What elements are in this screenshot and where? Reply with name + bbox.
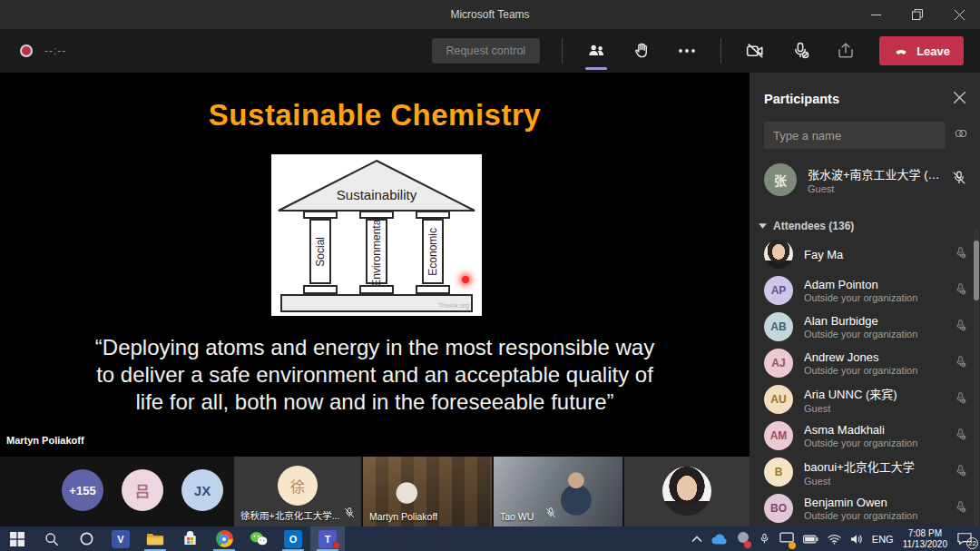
taskbar-visio[interactable]: V bbox=[103, 526, 138, 551]
participant-row-presenter[interactable]: 张 张水波+南京工业大学 (来宾) Guest bbox=[750, 156, 980, 203]
participants-panel: Participants 张 张水波+南京工业大学 (来宾) Guest bbox=[750, 73, 980, 526]
camera-off-icon bbox=[744, 40, 767, 63]
participant-name: Alan Burbidge bbox=[804, 314, 947, 328]
participant-name: Fay Ma bbox=[804, 248, 947, 261]
participant-row[interactable]: Fay Ma bbox=[750, 236, 980, 272]
taskbar-wechat[interactable] bbox=[241, 526, 276, 551]
search-input[interactable] bbox=[764, 122, 946, 149]
quote-line-1: “Deploying atoms and energy in the most … bbox=[0, 334, 750, 361]
pillar-environmental: Environmental bbox=[358, 211, 395, 294]
participant-row[interactable]: AP Adam Pointon Outside your organizatio… bbox=[750, 272, 980, 309]
show-participants-button[interactable] bbox=[584, 39, 608, 63]
video-tile-tao[interactable]: Tao WU bbox=[494, 457, 622, 526]
mic-muted-icon bbox=[544, 507, 557, 523]
avatar: AP bbox=[764, 276, 793, 305]
participant-row[interactable]: AJ Andrew Jones Outside your organizatio… bbox=[750, 345, 980, 381]
taskbar-store[interactable] bbox=[172, 526, 207, 551]
participant-row[interactable]: AM Asma Madkhali Outside your organizati… bbox=[750, 418, 980, 454]
temple-roof bbox=[271, 156, 482, 214]
language-indicator[interactable]: ENG bbox=[872, 534, 894, 545]
avatar: 张 bbox=[764, 163, 797, 196]
participant-name: 张水波+南京工业大学 (来宾) bbox=[808, 165, 951, 182]
participant-name: Andrew Jones bbox=[804, 350, 947, 364]
scrollbar-thumb[interactable] bbox=[974, 241, 979, 300]
overflow-count-avatar[interactable]: +155 bbox=[62, 469, 103, 511]
participant-name: Benjamin Owen bbox=[804, 496, 947, 509]
mic-toggle-button[interactable] bbox=[789, 39, 812, 63]
request-control-button[interactable]: Request control bbox=[432, 38, 541, 64]
mic-disabled-icon bbox=[954, 319, 967, 336]
quote-line-3: life for all, both now and in the forese… bbox=[0, 389, 750, 416]
quote-attribution: Martyn Poliakoff bbox=[6, 435, 84, 446]
tile-name-label: Tao WU bbox=[500, 511, 534, 522]
orange-badge bbox=[789, 542, 796, 549]
more-actions-button[interactable] bbox=[675, 39, 699, 63]
search-icon bbox=[44, 532, 59, 546]
video-tile-martyn[interactable]: Martyn Poliakoff bbox=[363, 457, 492, 526]
raise-hand-button[interactable] bbox=[630, 39, 653, 63]
photo-avatar bbox=[662, 467, 711, 516]
start-button[interactable] bbox=[0, 526, 34, 551]
teams-notification-dot bbox=[332, 541, 340, 549]
leave-button[interactable]: Leave bbox=[879, 36, 964, 65]
window-title: Microsoft Teams bbox=[0, 8, 980, 21]
tray-app-badge[interactable] bbox=[737, 531, 750, 547]
avatar-lv[interactable]: 吕 bbox=[122, 469, 163, 511]
video-tile-xu[interactable]: 徐 徐秋雨+北京化工大学... bbox=[234, 457, 361, 526]
taskbar-file-explorer[interactable] bbox=[138, 526, 172, 551]
restore-button[interactable] bbox=[897, 0, 938, 29]
close-icon bbox=[954, 92, 965, 103]
participant-role: Outside your organization bbox=[804, 438, 947, 448]
participant-role: Guest bbox=[804, 476, 947, 487]
mic-disabled-icon bbox=[954, 246, 967, 263]
close-panel-button[interactable] bbox=[954, 91, 965, 107]
tray-share-screen[interactable] bbox=[779, 531, 794, 547]
close-window-button[interactable] bbox=[938, 0, 980, 29]
share-screen-button[interactable] bbox=[834, 39, 858, 63]
minimize-button[interactable] bbox=[855, 0, 897, 29]
participant-role: Outside your organization bbox=[804, 329, 947, 339]
video-tile-photo-avatar[interactable] bbox=[624, 457, 750, 526]
leave-label: Leave bbox=[916, 44, 950, 58]
tray-mic-icon[interactable] bbox=[759, 532, 770, 546]
teams-window: Microsoft Teams --:-- Request control bbox=[0, 0, 980, 551]
participant-row[interactable]: BO Benjamin Owen Outside your organizati… bbox=[750, 490, 980, 526]
copy-link-icon[interactable] bbox=[953, 125, 969, 145]
participant-row[interactable]: AU Aria UNNC (来宾) Guest bbox=[750, 381, 980, 418]
share-icon bbox=[835, 40, 857, 62]
time-label: 7:08 PM bbox=[908, 528, 942, 538]
recording-indicator-icon bbox=[20, 44, 33, 57]
people-icon bbox=[585, 40, 607, 62]
onedrive-icon[interactable] bbox=[711, 534, 728, 545]
avatar bbox=[764, 240, 793, 269]
clock[interactable]: 7:08 PM 11/13/2020 bbox=[903, 528, 947, 550]
wifi-icon[interactable] bbox=[828, 534, 841, 545]
taskbar-teams[interactable]: T bbox=[310, 526, 345, 551]
laser-pointer-dot bbox=[462, 276, 469, 283]
tray-chevron-up-icon[interactable] bbox=[691, 536, 702, 543]
meeting-timer: --:-- bbox=[44, 44, 66, 57]
participant-row[interactable]: B baorui+北京化工大学 Guest bbox=[750, 454, 980, 490]
pillar-economic-label: Economic bbox=[426, 228, 439, 276]
participant-row[interactable]: AB Alan Burbidge Outside your organizati… bbox=[750, 309, 980, 345]
participant-filmstrip: +155 吕 JX 徐 徐秋雨+北京化工大学... Martyn Poliako… bbox=[0, 457, 750, 526]
toolbar-divider bbox=[562, 38, 563, 64]
mic-muted-icon[interactable] bbox=[951, 170, 967, 190]
participant-role: Outside your organization bbox=[804, 510, 947, 521]
avatar-jx[interactable]: JX bbox=[181, 469, 223, 511]
taskbar-outlook[interactable]: O bbox=[276, 526, 310, 551]
tile-name-label: Martyn Poliakoff bbox=[369, 511, 437, 522]
camera-toggle-button[interactable] bbox=[743, 39, 767, 63]
action-center-button[interactable]: 22 bbox=[956, 532, 975, 546]
chrome-icon bbox=[216, 530, 233, 547]
mic-disabled-icon bbox=[954, 500, 967, 517]
windows-logo-icon bbox=[10, 532, 24, 546]
participant-role: Guest bbox=[804, 403, 947, 414]
taskbar-search-button[interactable] bbox=[34, 526, 69, 551]
taskbar-chrome[interactable] bbox=[207, 526, 241, 551]
attendees-section-header[interactable]: Attendees (136) bbox=[759, 220, 980, 232]
speaker-icon[interactable] bbox=[850, 534, 863, 545]
cortana-button[interactable] bbox=[69, 526, 103, 551]
battery-icon[interactable] bbox=[803, 535, 818, 544]
avatar: AJ bbox=[764, 349, 793, 378]
